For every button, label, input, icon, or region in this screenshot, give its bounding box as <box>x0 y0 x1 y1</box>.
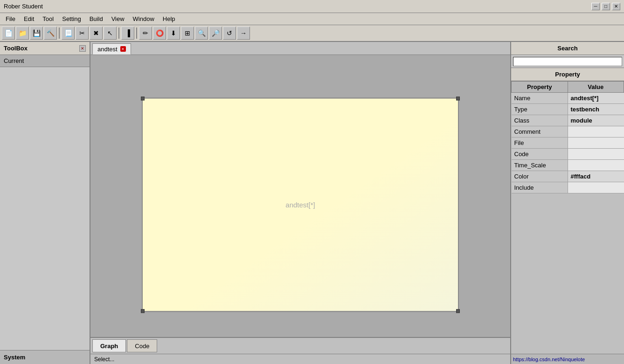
refresh-icon[interactable]: ↺ <box>223 27 236 40</box>
titlebar-title: Rober Student <box>4 3 43 10</box>
toolbar-separator-9 <box>136 27 137 39</box>
prop-key-color: Color <box>512 171 568 182</box>
prop-key-comment: Comment <box>512 126 568 137</box>
property-section-header: Property <box>511 68 624 81</box>
pointer-icon[interactable]: ↖ <box>104 27 117 40</box>
property-row-color: Color#fffacd <box>512 171 624 182</box>
design-canvas[interactable]: andtest[*] <box>142 97 459 312</box>
tab-andtest[interactable]: andtest ✕ <box>92 43 131 55</box>
prop-val-comment[interactable] <box>568 126 624 137</box>
new-icon[interactable]: 📄 <box>2 27 15 40</box>
property-row-code: Code <box>512 149 624 160</box>
prop-key-include: Include <box>512 182 568 193</box>
property-row-include: Include <box>512 182 624 193</box>
bottom-tabs: GraphCode <box>90 337 510 354</box>
bottom-tab-code[interactable]: Code <box>127 339 157 352</box>
zoom-in-icon[interactable]: 🔎 <box>209 27 222 40</box>
status-text: Select... <box>94 356 114 363</box>
open-icon[interactable]: 📁 <box>16 27 29 40</box>
menu-item-file[interactable]: File <box>2 14 19 23</box>
toolbox-close-button[interactable]: ✕ <box>79 45 86 52</box>
handle-bottom-right[interactable] <box>456 309 460 313</box>
search-input[interactable] <box>513 57 622 66</box>
canvas-area: andtest[*] <box>90 55 510 337</box>
prop-val-class[interactable]: module <box>568 115 624 126</box>
property-tbody: Nameandtest[*]TypetestbenchClassmoduleCo… <box>512 93 624 193</box>
menu-item-edit[interactable]: Edit <box>20 14 38 23</box>
property-row-time_scale: Time_Scale <box>512 160 624 171</box>
menu-item-tool[interactable]: Tool <box>39 14 57 23</box>
handle-bottom-left[interactable] <box>141 309 145 313</box>
minimize-button[interactable]: ─ <box>591 3 600 10</box>
prop-col-value: Value <box>568 82 624 93</box>
arrow-icon[interactable]: → <box>237 27 250 40</box>
prop-val-type[interactable]: testbench <box>568 104 624 115</box>
prop-key-time_scale: Time_Scale <box>512 160 568 171</box>
close-button[interactable]: ✕ <box>612 3 620 10</box>
prop-val-file[interactable] <box>568 137 624 149</box>
property-table: Property Value Nameandtest[*]Typetestben… <box>511 81 624 354</box>
property-row-type: Typetestbench <box>512 104 624 115</box>
menu-item-help[interactable]: Help <box>159 14 179 23</box>
titlebar-controls: ─ □ ✕ <box>591 3 620 10</box>
tab-andtest-label: andtest <box>97 46 118 53</box>
bar-icon[interactable]: ▐ <box>121 27 134 40</box>
bottom-tab-graph[interactable]: Graph <box>92 339 126 352</box>
main-area: ToolBox ✕ Current System andtest ✕ andte… <box>0 42 624 364</box>
menu-item-setting[interactable]: Setting <box>58 14 84 23</box>
status-bar: Select... <box>90 354 510 364</box>
zoom-icon[interactable]: 🔍 <box>195 27 208 40</box>
prop-key-type: Type <box>512 104 568 115</box>
property-row-comment: Comment <box>512 126 624 137</box>
menu-item-window[interactable]: Window <box>129 14 158 23</box>
maximize-button[interactable]: □ <box>602 3 610 10</box>
titlebar: Rober Student ─ □ ✕ <box>0 0 624 13</box>
menubar: FileEditToolSettingBuildViewWindowHelp <box>0 13 624 25</box>
prop-val-code[interactable] <box>568 149 624 160</box>
property-row-name: Nameandtest[*] <box>512 93 624 104</box>
prop-key-class: Class <box>512 115 568 126</box>
search-input-bar <box>511 55 624 68</box>
toolbox-current-section: Current <box>0 55 90 67</box>
prop-val-include[interactable] <box>568 182 624 193</box>
property-row-class: Classmodule <box>512 115 624 126</box>
grid-icon[interactable]: ⊞ <box>181 27 194 40</box>
prop-val-time_scale[interactable] <box>568 160 624 171</box>
prop-key-name: Name <box>512 93 568 104</box>
toolbar-separator-8 <box>118 27 119 39</box>
center-panel: andtest ✕ andtest[*] GraphCode Select... <box>90 42 510 364</box>
tab-andtest-close[interactable]: ✕ <box>120 46 126 52</box>
build-icon[interactable]: 🔨 <box>44 27 57 40</box>
right-panel: Search Property Property Value Nameandte… <box>510 42 624 364</box>
prop-key-file: File <box>512 137 568 149</box>
toolbox-panel: ToolBox ✕ Current System <box>0 42 90 364</box>
canvas-label: andtest[*] <box>285 200 315 208</box>
search-section-header: Search <box>511 42 624 55</box>
property-data-table: Property Value Nameandtest[*]Typetestben… <box>511 81 624 193</box>
pencil-icon[interactable]: ✏ <box>139 27 152 40</box>
prop-val-color[interactable]: #fffacd <box>568 171 624 182</box>
toolbar: 📄📁💾🔨📃✂✖↖▐✏⭕⬇⊞🔍🔎↺→ <box>0 25 624 42</box>
save-icon[interactable]: 💾 <box>30 27 43 40</box>
property-row-file: File <box>512 137 624 149</box>
prop-key-code: Code <box>512 149 568 160</box>
circle-icon[interactable]: ⭕ <box>153 27 166 40</box>
toolbar-separator-4 <box>59 27 60 39</box>
tab-bar: andtest ✕ <box>90 42 510 55</box>
page-icon[interactable]: 📃 <box>62 27 75 40</box>
url-bar: https://blog.csdn.net/Ninquelote <box>511 354 624 364</box>
down-icon[interactable]: ⬇ <box>167 27 180 40</box>
delete-icon[interactable]: ✖ <box>90 27 103 40</box>
handle-top-left[interactable] <box>141 96 145 100</box>
menu-item-build[interactable]: Build <box>86 14 107 23</box>
menu-item-view[interactable]: View <box>108 14 128 23</box>
toolbox-content <box>0 67 90 350</box>
cut-icon[interactable]: ✂ <box>76 27 89 40</box>
toolbox-system-label: System <box>0 350 90 364</box>
prop-val-name[interactable]: andtest[*] <box>568 93 624 104</box>
prop-col-property: Property <box>512 82 568 93</box>
handle-top-right[interactable] <box>456 96 460 100</box>
toolbox-header: ToolBox ✕ <box>0 42 90 55</box>
toolbox-title: ToolBox <box>4 45 28 52</box>
